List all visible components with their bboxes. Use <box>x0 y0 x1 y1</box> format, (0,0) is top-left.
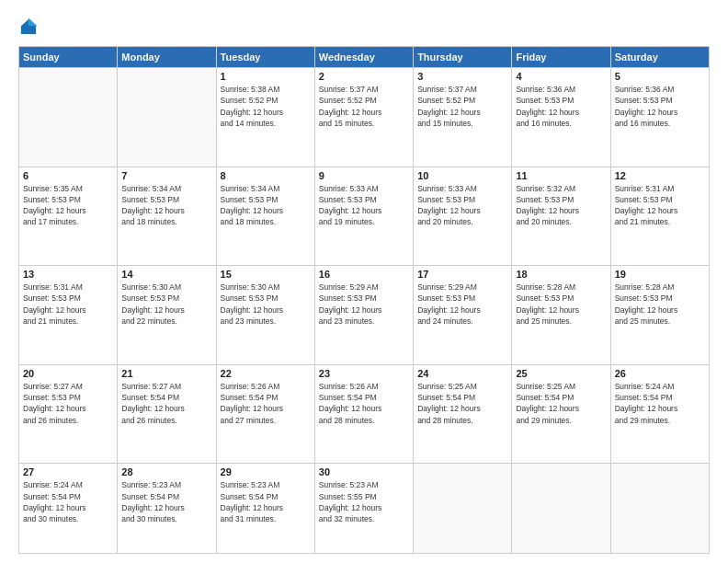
day-info: Sunrise: 5:34 AMSunset: 5:53 PMDaylight:… <box>121 183 211 228</box>
logo-icon <box>18 17 39 37</box>
calendar-cell: 19Sunrise: 5:28 AMSunset: 5:53 PMDayligh… <box>610 266 709 365</box>
day-number: 1 <box>221 71 311 82</box>
day-info: Sunrise: 5:25 AMSunset: 5:54 PMDaylight:… <box>516 381 606 426</box>
calendar-cell: 26Sunrise: 5:24 AMSunset: 5:54 PMDayligh… <box>610 364 709 464</box>
day-info: Sunrise: 5:34 AMSunset: 5:53 PMDaylight:… <box>221 183 311 228</box>
day-info: Sunrise: 5:24 AMSunset: 5:54 PMDaylight:… <box>23 479 113 524</box>
calendar-cell: 14Sunrise: 5:30 AMSunset: 5:53 PMDayligh… <box>118 266 216 365</box>
day-info: Sunrise: 5:29 AMSunset: 5:53 PMDaylight:… <box>417 282 507 327</box>
day-number: 15 <box>221 269 311 280</box>
column-header-thursday: Thursday <box>414 47 512 68</box>
logo <box>18 17 42 37</box>
page: SundayMondayTuesdayWednesdayThursdayFrid… <box>0 0 728 563</box>
day-number: 10 <box>417 170 507 181</box>
day-number: 3 <box>417 71 507 82</box>
calendar-cell <box>118 68 216 167</box>
calendar-table: SundayMondayTuesdayWednesdayThursdayFrid… <box>18 46 710 554</box>
calendar-cell: 4Sunrise: 5:36 AMSunset: 5:53 PMDaylight… <box>512 68 610 167</box>
header <box>18 17 710 37</box>
calendar-cell: 20Sunrise: 5:27 AMSunset: 5:53 PMDayligh… <box>19 364 118 464</box>
day-number: 30 <box>319 466 409 477</box>
day-number: 21 <box>121 368 211 379</box>
calendar-cell: 3Sunrise: 5:37 AMSunset: 5:52 PMDaylight… <box>414 68 512 167</box>
day-number: 22 <box>221 368 311 379</box>
calendar-header-row: SundayMondayTuesdayWednesdayThursdayFrid… <box>19 47 710 68</box>
calendar-cell: 28Sunrise: 5:23 AMSunset: 5:54 PMDayligh… <box>118 464 216 554</box>
day-info: Sunrise: 5:35 AMSunset: 5:53 PMDaylight:… <box>23 183 113 228</box>
calendar-cell: 15Sunrise: 5:30 AMSunset: 5:53 PMDayligh… <box>216 266 314 365</box>
calendar-cell: 23Sunrise: 5:26 AMSunset: 5:54 PMDayligh… <box>314 364 413 464</box>
day-info: Sunrise: 5:30 AMSunset: 5:53 PMDaylight:… <box>221 282 311 327</box>
day-info: Sunrise: 5:37 AMSunset: 5:52 PMDaylight:… <box>319 84 409 129</box>
day-number: 23 <box>319 368 409 379</box>
calendar-cell <box>414 464 512 554</box>
column-header-saturday: Saturday <box>610 47 709 68</box>
week-row-5: 27Sunrise: 5:24 AMSunset: 5:54 PMDayligh… <box>19 464 710 554</box>
calendar-cell: 2Sunrise: 5:37 AMSunset: 5:52 PMDaylight… <box>314 68 413 167</box>
day-number: 17 <box>417 269 507 280</box>
calendar-cell: 29Sunrise: 5:23 AMSunset: 5:54 PMDayligh… <box>216 464 314 554</box>
day-number: 18 <box>516 269 606 280</box>
day-info: Sunrise: 5:36 AMSunset: 5:53 PMDaylight:… <box>615 84 705 129</box>
calendar-cell: 21Sunrise: 5:27 AMSunset: 5:54 PMDayligh… <box>118 364 216 464</box>
day-info: Sunrise: 5:29 AMSunset: 5:53 PMDaylight:… <box>319 282 409 327</box>
day-info: Sunrise: 5:23 AMSunset: 5:54 PMDaylight:… <box>221 479 311 524</box>
calendar-cell: 1Sunrise: 5:38 AMSunset: 5:52 PMDaylight… <box>216 68 314 167</box>
day-number: 7 <box>121 170 211 181</box>
day-number: 14 <box>121 269 211 280</box>
day-number: 26 <box>615 368 705 379</box>
calendar-cell <box>610 464 709 554</box>
day-number: 28 <box>121 466 211 477</box>
calendar-cell: 25Sunrise: 5:25 AMSunset: 5:54 PMDayligh… <box>512 364 610 464</box>
column-header-sunday: Sunday <box>19 47 118 68</box>
calendar-cell: 6Sunrise: 5:35 AMSunset: 5:53 PMDaylight… <box>19 167 118 266</box>
calendar-cell: 10Sunrise: 5:33 AMSunset: 5:53 PMDayligh… <box>414 167 512 266</box>
day-number: 5 <box>615 71 705 82</box>
day-number: 16 <box>319 269 409 280</box>
column-header-friday: Friday <box>512 47 610 68</box>
column-header-monday: Monday <box>118 47 216 68</box>
day-number: 19 <box>615 269 705 280</box>
day-info: Sunrise: 5:38 AMSunset: 5:52 PMDaylight:… <box>221 84 311 129</box>
calendar-cell <box>19 68 118 167</box>
week-row-4: 20Sunrise: 5:27 AMSunset: 5:53 PMDayligh… <box>19 364 710 464</box>
day-info: Sunrise: 5:26 AMSunset: 5:54 PMDaylight:… <box>319 381 409 426</box>
column-header-wednesday: Wednesday <box>314 47 413 68</box>
calendar-cell: 8Sunrise: 5:34 AMSunset: 5:53 PMDaylight… <box>216 167 314 266</box>
week-row-1: 1Sunrise: 5:38 AMSunset: 5:52 PMDaylight… <box>19 68 710 167</box>
calendar-cell: 16Sunrise: 5:29 AMSunset: 5:53 PMDayligh… <box>314 266 413 365</box>
day-info: Sunrise: 5:26 AMSunset: 5:54 PMDaylight:… <box>221 381 311 426</box>
calendar-cell: 11Sunrise: 5:32 AMSunset: 5:53 PMDayligh… <box>512 167 610 266</box>
calendar-cell: 30Sunrise: 5:23 AMSunset: 5:55 PMDayligh… <box>314 464 413 554</box>
svg-marker-1 <box>28 17 38 26</box>
day-number: 27 <box>23 466 113 477</box>
day-number: 20 <box>23 368 113 379</box>
day-number: 12 <box>615 170 705 181</box>
calendar-cell: 12Sunrise: 5:31 AMSunset: 5:53 PMDayligh… <box>610 167 709 266</box>
day-number: 13 <box>23 269 113 280</box>
day-number: 4 <box>516 71 606 82</box>
calendar-cell: 22Sunrise: 5:26 AMSunset: 5:54 PMDayligh… <box>216 364 314 464</box>
day-info: Sunrise: 5:32 AMSunset: 5:53 PMDaylight:… <box>516 183 606 228</box>
calendar-cell: 24Sunrise: 5:25 AMSunset: 5:54 PMDayligh… <box>414 364 512 464</box>
calendar-cell: 9Sunrise: 5:33 AMSunset: 5:53 PMDaylight… <box>314 167 413 266</box>
calendar-cell: 7Sunrise: 5:34 AMSunset: 5:53 PMDaylight… <box>118 167 216 266</box>
calendar-cell: 13Sunrise: 5:31 AMSunset: 5:53 PMDayligh… <box>19 266 118 365</box>
day-info: Sunrise: 5:27 AMSunset: 5:54 PMDaylight:… <box>121 381 211 426</box>
day-info: Sunrise: 5:25 AMSunset: 5:54 PMDaylight:… <box>417 381 507 426</box>
day-info: Sunrise: 5:27 AMSunset: 5:53 PMDaylight:… <box>23 381 113 426</box>
week-row-2: 6Sunrise: 5:35 AMSunset: 5:53 PMDaylight… <box>19 167 710 266</box>
day-number: 9 <box>319 170 409 181</box>
day-number: 8 <box>221 170 311 181</box>
calendar-cell: 5Sunrise: 5:36 AMSunset: 5:53 PMDaylight… <box>610 68 709 167</box>
calendar-cell: 18Sunrise: 5:28 AMSunset: 5:53 PMDayligh… <box>512 266 610 365</box>
day-number: 11 <box>516 170 606 181</box>
day-info: Sunrise: 5:30 AMSunset: 5:53 PMDaylight:… <box>121 282 211 327</box>
calendar-cell <box>512 464 610 554</box>
day-info: Sunrise: 5:33 AMSunset: 5:53 PMDaylight:… <box>319 183 409 228</box>
day-info: Sunrise: 5:23 AMSunset: 5:55 PMDaylight:… <box>319 479 409 524</box>
column-header-tuesday: Tuesday <box>216 47 314 68</box>
day-info: Sunrise: 5:37 AMSunset: 5:52 PMDaylight:… <box>417 84 507 129</box>
day-info: Sunrise: 5:28 AMSunset: 5:53 PMDaylight:… <box>516 282 606 327</box>
day-number: 25 <box>516 368 606 379</box>
